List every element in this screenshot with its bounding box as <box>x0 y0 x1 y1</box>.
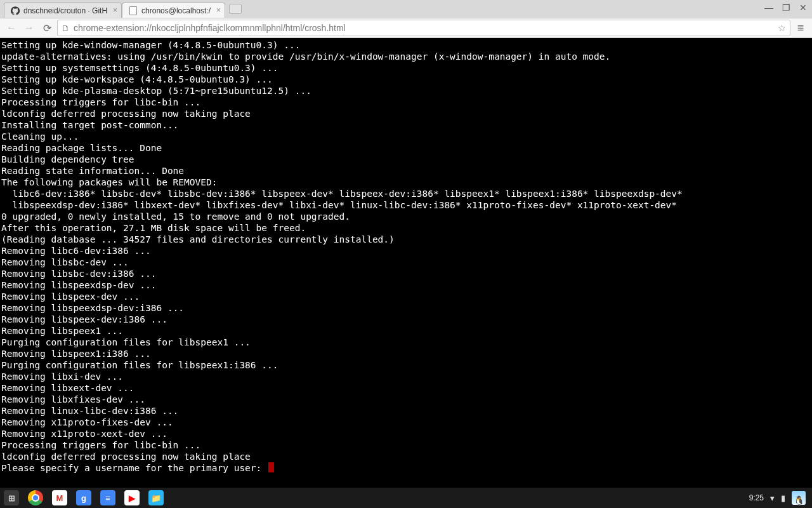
terminal-line: Processing triggers for libc-bin ... <box>1 97 811 108</box>
terminal-line: Installing target post-common... <box>1 119 811 131</box>
terminal-line: Setting up systemsettings (4:4.8.5-0ubun… <box>1 62 811 74</box>
terminal-line: The following packages will be REMOVED: <box>1 177 811 188</box>
terminal-line: Setting up kde-workspace (4:4.8.5-0ubunt… <box>1 74 811 85</box>
terminal-line: Removing libsbc-dev:i386 ... <box>1 268 811 279</box>
terminal-line: Purging configuration files for libspeex… <box>1 337 811 348</box>
tab-title: dnschneid/crouton · GitH <box>23 6 107 15</box>
chrome-icon[interactable] <box>28 490 43 505</box>
browser-toolbar: ← → ⟳ 🗋 ☆ ≡ <box>0 18 812 38</box>
chrome-menu-button[interactable]: ≡ <box>793 20 808 36</box>
terminal-line: Removing libspeex-dev:i386 ... <box>1 314 811 325</box>
youtube-icon[interactable]: ▶ <box>124 490 140 505</box>
tab-crosh[interactable]: chronos@localhost:/ × <box>122 3 225 18</box>
user-avatar-icon[interactable] <box>792 491 806 505</box>
terminal-line: Removing libxext-dev ... <box>1 382 811 394</box>
battery-icon: ▮ <box>781 493 785 503</box>
reload-button[interactable]: ⟳ <box>39 20 55 36</box>
terminal-line: Removing linux-libc-dev:i386 ... <box>1 405 811 417</box>
new-tab-button[interactable] <box>229 4 242 14</box>
terminal-line: Removing libspeex1:i386 ... <box>1 348 811 359</box>
terminal-line: Reading package lists... Done <box>1 142 811 154</box>
launcher-icon[interactable]: ⊞ <box>4 490 19 505</box>
terminal-line: update-alternatives: using /usr/bin/kwin… <box>1 51 811 62</box>
gmail-icon[interactable]: M <box>52 490 67 505</box>
crosh-terminal[interactable]: Setting up kde-window-manager (4:4.8.5-0… <box>0 38 812 488</box>
site-info-icon[interactable]: 🗋 <box>62 23 70 33</box>
back-button[interactable]: ← <box>4 20 19 36</box>
window-controls: — ❐ ✕ <box>764 3 807 13</box>
address-bar[interactable]: 🗋 ☆ <box>57 20 790 36</box>
terminal-line: Removing x11proto-fixes-dev ... <box>1 417 811 428</box>
terminal-cursor <box>268 462 274 472</box>
terminal-line: 0 upgraded, 0 newly installed, 15 to rem… <box>1 211 811 222</box>
close-window-button[interactable]: ✕ <box>799 3 807 13</box>
terminal-line: Cleaning up... <box>1 131 811 142</box>
terminal-line: Removing x11proto-xext-dev ... <box>1 428 811 439</box>
terminal-line: Removing libsbc-dev ... <box>1 257 811 268</box>
terminal-line: Removing libxi-dev ... <box>1 371 811 382</box>
terminal-line: Removing libspeex-dev ... <box>1 291 811 302</box>
bookmark-star-icon[interactable]: ☆ <box>778 23 786 33</box>
terminal-line: Removing libc6-dev:i386 ... <box>1 245 811 257</box>
minimize-button[interactable]: — <box>764 3 773 13</box>
shelf-apps: ⊞ M g ≡ ▶ 📁 <box>4 490 164 505</box>
github-icon <box>11 6 20 15</box>
forward-button[interactable]: → <box>22 20 37 36</box>
terminal-line: Removing libspeexdsp-dev:i386 ... <box>1 302 811 314</box>
status-tray[interactable]: 9:25 ▾ ▮ <box>749 491 808 505</box>
wifi-icon: ▾ <box>770 493 775 503</box>
terminal-line: ldconfig deferred processing now taking … <box>1 451 811 462</box>
terminal-line: (Reading database ... 34527 files and di… <box>1 234 811 245</box>
clock: 9:25 <box>749 493 764 502</box>
tab-strip: dnschneid/crouton · GitH × chronos@local… <box>0 0 812 18</box>
chromeos-shelf: ⊞ M g ≡ ▶ 📁 9:25 ▾ ▮ <box>0 488 812 508</box>
url-input[interactable] <box>74 23 774 33</box>
terminal-line: Removing libspeex1 ... <box>1 325 811 337</box>
terminal-line: ldconfig deferred processing now taking … <box>1 108 811 119</box>
terminal-line: After this operation, 27.1 MB disk space… <box>1 222 811 234</box>
terminal-line: Setting up kde-plasma-desktop (5:71~pre1… <box>1 85 811 97</box>
page-icon <box>129 6 138 15</box>
terminal-prompt[interactable]: Please specify a username for the primar… <box>1 462 811 474</box>
tab-github[interactable]: dnschneid/crouton · GitH × <box>4 3 122 18</box>
tab-title: chronos@localhost:/ <box>141 6 211 15</box>
terminal-line: libc6-dev:i386* libsbc-dev* libsbc-dev:i… <box>1 188 811 199</box>
browser-chrome: dnschneid/crouton · GitH × chronos@local… <box>0 0 812 38</box>
close-icon[interactable]: × <box>113 6 117 15</box>
terminal-line: libspeexdsp-dev:i386* libxext-dev* libxf… <box>1 199 811 211</box>
terminal-line: Purging configuration files for libspeex… <box>1 359 811 371</box>
terminal-line: Removing libspeexdsp-dev ... <box>1 279 811 291</box>
files-icon[interactable]: 📁 <box>148 490 164 505</box>
close-icon[interactable]: × <box>216 6 221 15</box>
google-search-icon[interactable]: g <box>76 490 91 505</box>
terminal-line: Setting up kde-window-manager (4:4.8.5-0… <box>1 39 811 51</box>
maximize-button[interactable]: ❐ <box>782 3 790 13</box>
google-docs-icon[interactable]: ≡ <box>100 490 115 505</box>
terminal-line: Reading state information... Done <box>1 165 811 177</box>
terminal-line: Processing triggers for libc-bin ... <box>1 439 811 451</box>
terminal-line: Building dependency tree <box>1 154 811 165</box>
terminal-line: Removing libxfixes-dev ... <box>1 394 811 405</box>
